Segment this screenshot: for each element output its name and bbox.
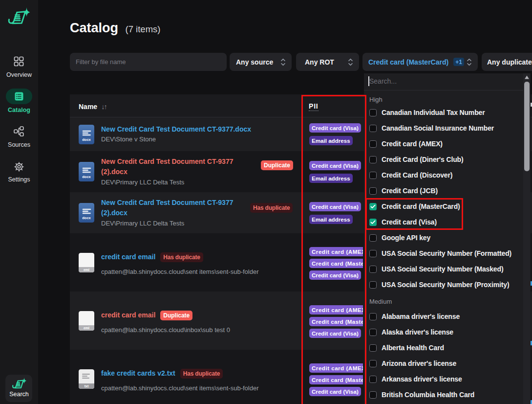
svg-text:txt: txt — [85, 384, 89, 388]
svg-text:eml: eml — [84, 326, 89, 330]
svg-text:eml: eml — [84, 268, 89, 271]
svg-text:docx: docx — [82, 137, 91, 141]
svg-text:docx: docx — [82, 175, 91, 179]
svg-text:docx: docx — [82, 216, 91, 220]
